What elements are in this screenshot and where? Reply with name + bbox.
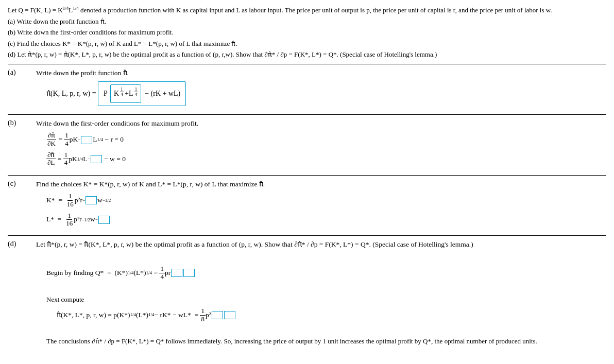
divider-4 bbox=[8, 235, 606, 236]
section-a-content: Write down the profit function π̂. π̂(K,… bbox=[36, 67, 606, 109]
section-a-math: π̂(K, L, p, r, w) = P K 1 4 +L 1 4 bbox=[46, 81, 606, 106]
section-c: (c) Find the choices K* = K*(p, r, w) of… bbox=[8, 179, 606, 231]
section-a-boxed: P K 1 4 +L 1 4 − (rK + bbox=[98, 81, 186, 106]
section-d-next-compute: Next compute bbox=[46, 294, 606, 305]
section-d-title: Let π̂*(p, r, w) = π̂(K*, L*, p, r, w) b… bbox=[36, 239, 606, 251]
intro-line-d: (d) Let π̂*(p, r, w) = π̂(K*, L*, p, r, … bbox=[8, 49, 606, 60]
intro-line1: Let Q = F(K, L) = K1/4L1/4 denoted a pro… bbox=[8, 5, 606, 15]
section-b-eq2: ∂π̂ ∂L = 1 4 pK1/4L− − w = 0 bbox=[46, 151, 606, 167]
section-c-label: (c) bbox=[8, 179, 36, 188]
intro-block: Let Q = F(K, L) = K1/4L1/4 denoted a pro… bbox=[8, 5, 606, 60]
eq2-coeff: 1 4 bbox=[63, 151, 69, 167]
input-c-lstar-w[interactable] bbox=[98, 216, 110, 224]
intro-line-b: (b) Write down the first-order condition… bbox=[8, 27, 606, 38]
section-a-eq-label: π̂(K, L, p, r, w) = bbox=[46, 90, 98, 98]
input-c-kstar-r[interactable] bbox=[86, 196, 97, 204]
section-c-eq-lstar: L* = 1 16 p²r−1/2w− bbox=[46, 212, 606, 228]
section-b-eq1: ∂π̂ ∂K = 1 4 pK−L1/4 − r = 0 bbox=[46, 132, 606, 147]
section-c-math: K* = 1 16 p²r−w−1/2 L* = 1 16 p²r−1/2w− bbox=[46, 193, 606, 227]
section-d-pihat: π̂(K*, L*, p, r, w) = p(K*)1/4(L*)1/4 − … bbox=[57, 307, 606, 323]
section-d-qstar: Begin by finding Q* = (K*)1/4(L*)1/4 = 1… bbox=[46, 265, 606, 281]
section-c-content: Find the choices K* = K*(p, r, w) of K a… bbox=[36, 179, 606, 231]
section-c-title: Find the choices K* = K*(p, r, w) of K a… bbox=[36, 179, 606, 190]
partial-pi-K: ∂π̂ ∂K bbox=[46, 132, 57, 147]
input-d-pihat-1[interactable] bbox=[212, 311, 223, 319]
section-d-label: (d) bbox=[8, 239, 36, 248]
eq1-coeff: 1 4 bbox=[64, 132, 70, 147]
input-b-eq2-exp1[interactable] bbox=[91, 155, 102, 163]
partial-pi-L: ∂π̂ ∂L bbox=[46, 151, 56, 167]
section-a-label: (a) bbox=[8, 67, 36, 77]
section-b: (b) Write down the first-order condition… bbox=[8, 118, 606, 170]
section-d-conclusion: The conclusions ∂π̂* / ∂p = F(K*, L*) = … bbox=[46, 336, 606, 347]
section-b-label: (b) bbox=[8, 118, 36, 127]
section-b-math: ∂π̂ ∂K = 1 4 pK−L1/4 − r = 0 bbox=[46, 132, 606, 166]
section-d: (d) Let π̂*(p, r, w) = π̂(K*, L*, p, r, … bbox=[8, 239, 606, 346]
section-d-content: Let π̂*(p, r, w) = π̂(K*, L*, p, r, w) b… bbox=[36, 239, 606, 346]
section-b-content: Write down the first-order conditions fo… bbox=[36, 118, 606, 170]
intro-line-c: (c) Find the choices K* = K*(p, r, w) of… bbox=[8, 39, 606, 49]
section-c-eq-kstar: K* = 1 16 p²r−w−1/2 bbox=[46, 193, 606, 208]
section-a-title: Write down the profit function π̂. bbox=[36, 67, 606, 79]
divider-3 bbox=[8, 175, 606, 176]
section-b-title: Write down the first-order conditions fo… bbox=[36, 118, 606, 129]
divider-1 bbox=[8, 64, 606, 64]
input-d-qstar-w[interactable] bbox=[183, 269, 195, 277]
input-d-pihat-2[interactable] bbox=[224, 311, 235, 319]
intro-line-a: (a) Write down the profit function π̂. bbox=[8, 16, 606, 27]
section-a: (a) Write down the profit function π̂. π… bbox=[8, 67, 606, 109]
input-d-qstar-r[interactable] bbox=[171, 269, 182, 277]
divider-2 bbox=[8, 114, 606, 115]
input-b-eq1-exp1[interactable] bbox=[81, 136, 92, 144]
